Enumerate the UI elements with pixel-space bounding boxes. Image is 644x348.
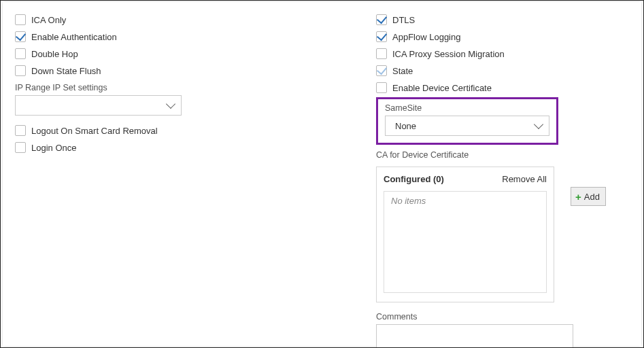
checkbox-label: Enable Authentication [31, 32, 117, 42]
checkbox-checked-icon [376, 14, 387, 25]
checkbox-checked-icon [376, 31, 387, 42]
add-button[interactable]: + Add [571, 187, 606, 206]
checkbox-ica-only[interactable]: ICA Only [15, 12, 352, 28]
checkbox-label: Logout On Smart Card Removal [31, 126, 158, 136]
checkbox-icon [15, 125, 26, 136]
right-column: DTLS AppFlow Logging ICA Proxy Session M… [364, 2, 641, 346]
checkbox-appflow-logging[interactable]: AppFlow Logging [376, 29, 573, 45]
configured-count: Configured (0) [384, 174, 444, 184]
checkbox-icon [376, 48, 387, 59]
checkbox-label: Enable Device Certificate [392, 83, 492, 93]
checkbox-checked-icon [15, 31, 26, 42]
checkbox-label: Down State Flush [31, 66, 101, 76]
checkbox-dtls[interactable]: DTLS [376, 12, 573, 28]
plus-icon: + [575, 191, 581, 203]
checkbox-checked-icon [376, 65, 387, 76]
checkbox-label: DTLS [392, 15, 415, 25]
samesite-highlight: SameSite None [376, 97, 558, 145]
checkbox-enable-device-cert[interactable]: Enable Device Certificate [376, 80, 573, 96]
samesite-label: SameSite [385, 103, 549, 113]
ip-range-select[interactable] [15, 95, 182, 116]
checkbox-label: Double Hop [31, 49, 78, 59]
checkbox-label: Login Once [31, 143, 77, 153]
ca-item-list: No items [384, 191, 547, 293]
comments-input[interactable] [376, 324, 573, 348]
samesite-value: None [395, 121, 416, 131]
checkbox-icon [15, 48, 26, 59]
comments-label: Comments [376, 312, 573, 321]
checkbox-enable-authentication[interactable]: Enable Authentication [15, 29, 352, 45]
checkbox-label: ICA Proxy Session Migration [392, 49, 505, 59]
checkbox-login-once[interactable]: Login Once [15, 139, 352, 156]
checkbox-double-hop[interactable]: Double Hop [15, 46, 352, 62]
checkbox-icon [15, 142, 26, 153]
checkbox-label: AppFlow Logging [392, 32, 460, 42]
checkbox-icon [15, 65, 26, 76]
checkbox-logout-smart-card[interactable]: Logout On Smart Card Removal [15, 122, 352, 139]
ca-configured-box: Configured (0) Remove All No items [376, 167, 554, 302]
ca-device-cert-label: CA for Device Certificate [376, 150, 573, 160]
ip-range-label: IP Range IP Set settings [15, 83, 352, 92]
checkbox-label: State [392, 66, 413, 76]
chevron-down-icon [534, 120, 543, 129]
checkbox-icon [15, 14, 26, 25]
checkbox-state[interactable]: State [376, 63, 573, 79]
checkbox-label: ICA Only [31, 15, 66, 25]
checkbox-down-state-flush[interactable]: Down State Flush [15, 63, 352, 79]
checkbox-icon [376, 82, 387, 93]
no-items-text: No items [391, 196, 426, 206]
samesite-select[interactable]: None [385, 116, 549, 136]
add-button-label: Add [584, 192, 600, 202]
chevron-down-icon [166, 99, 175, 109]
checkbox-ica-proxy-migration[interactable]: ICA Proxy Session Migration [376, 46, 573, 62]
left-column: ICA Only Enable Authentication Double Ho… [3, 2, 364, 346]
remove-all-link[interactable]: Remove All [502, 174, 547, 184]
